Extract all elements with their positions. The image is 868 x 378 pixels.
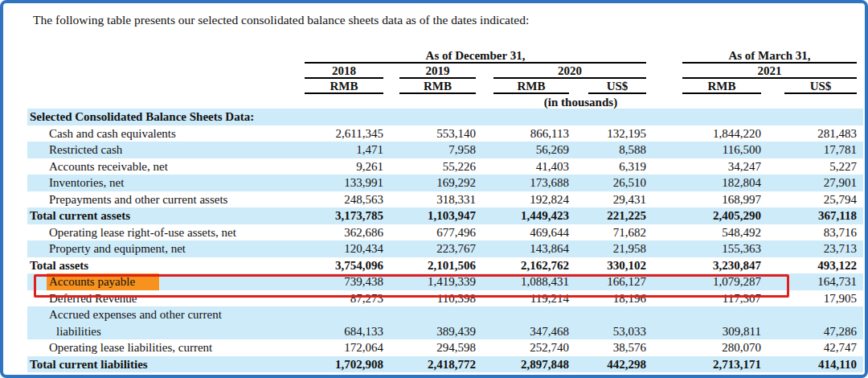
table-row: Cash and cash equivalents2,611,345553,14… [27, 125, 863, 142]
cell-value: 9,261 [305, 158, 383, 175]
cell-value: 677,496 [399, 224, 476, 241]
row-label: Prepayments and other current assets [27, 191, 305, 208]
cell-value: 442,298 [588, 356, 646, 373]
cell-value: 8,588 [588, 142, 646, 158]
cell-value: 155,363 [682, 240, 761, 257]
cell-value: 281,483 [784, 125, 857, 142]
cell-value: 3,173,785 [305, 207, 383, 224]
unit-header-rmb-2019: RMB [399, 79, 476, 94]
cell-value: 29,431 [588, 191, 646, 208]
cell-value: 143,864 [493, 240, 569, 257]
cell-value: 1,471 [305, 142, 383, 158]
unit-header-rmb-2020: RMB [493, 79, 569, 94]
cell-value: 119,214 [493, 290, 569, 307]
table-row: Inventories, net133,991169,292173,68826,… [27, 175, 863, 191]
row-label: Accounts payable [27, 273, 305, 290]
cell-value: 309,811 [682, 323, 761, 340]
cell-value: 21,958 [588, 240, 646, 257]
cell-value: 252,740 [493, 339, 569, 356]
cell-value: 56,269 [493, 142, 569, 158]
unit-header-usd-2020: US$ [588, 79, 646, 94]
table-row: Accounts receivable, net9,26155,22641,40… [27, 158, 863, 175]
row-label: Property and equipment, net [27, 240, 305, 257]
cell-value: 173,688 [493, 175, 569, 191]
cell-value: 389,439 [399, 323, 476, 340]
cell-value: 26,510 [588, 175, 646, 191]
cell-value: 223,767 [399, 240, 476, 257]
cell-value: 17,905 [784, 290, 857, 307]
cell-value: 18,196 [588, 290, 646, 307]
cell-value: 34,247 [682, 158, 761, 175]
highlighted-label: Accounts payable [47, 273, 159, 290]
cell-value: 367,118 [784, 207, 857, 224]
table-row: Total assets3,754,0962,101,5062,162,7623… [27, 257, 863, 274]
cell-value: 71,682 [588, 224, 646, 241]
cell-value: 133,991 [305, 175, 383, 191]
cell-value: 27,901 [784, 175, 857, 191]
cell-value: 739,438 [305, 273, 383, 290]
year-header-2020: 2020 [493, 64, 646, 79]
cell-value: 2,418,772 [399, 356, 476, 373]
unit-header-usd-2021: US$ [784, 79, 857, 94]
cell-value: 684,133 [305, 323, 383, 340]
row-label: Deferred Revenue [27, 290, 305, 307]
cell-value: 330,102 [588, 257, 646, 274]
cell-value: 3,230,847 [682, 257, 761, 274]
cell-value: 169,292 [399, 175, 476, 191]
row-label: Restricted cash [27, 142, 305, 158]
cell-value: 548,492 [682, 224, 761, 241]
cell-value: 2,162,762 [493, 257, 569, 274]
cell-value: 166,127 [588, 273, 646, 290]
row-label: Accrued expenses and other currentliabil… [27, 306, 305, 339]
cell-value: 221,225 [588, 207, 646, 224]
cell-value: 1,079,287 [682, 273, 761, 290]
cell-value: 318,331 [399, 191, 476, 208]
cell-value: 192,824 [493, 191, 569, 208]
cell-value: 41,403 [493, 158, 569, 175]
cell-value: 493,122 [784, 257, 857, 274]
cell-value: 116,500 [682, 142, 761, 158]
row-label: Operating lease right-of-use assets, net [27, 224, 305, 241]
cell-value: 3,754,096 [305, 257, 383, 274]
table-row: Operating lease liabilities, current172,… [27, 339, 863, 356]
row-label: Operating lease liabilities, current [27, 339, 305, 356]
row-label: Total current assets [27, 207, 305, 224]
cell-value: 294,598 [399, 339, 476, 356]
cell-value: 168,997 [682, 191, 761, 208]
row-label: Inventories, net [27, 175, 305, 191]
row-label: Cash and cash equivalents [27, 125, 305, 142]
table-body: Selected Consolidated Balance Sheets Dat… [27, 109, 863, 372]
cell-value: 2,405,290 [682, 207, 761, 224]
table-row: Accrued expenses and other currentliabil… [27, 306, 863, 339]
cell-value: 38,576 [588, 339, 646, 356]
cell-value: 2,101,506 [399, 257, 476, 274]
document-frame: The following table presents our selecte… [0, 0, 868, 378]
cell-value: 120,434 [305, 240, 383, 257]
cell-value: 7,958 [399, 142, 476, 158]
table-header: As of December 31, As of March 31, 2018 … [27, 48, 857, 109]
cell-value: 1,844,220 [682, 125, 761, 142]
year-header-2021: 2021 [682, 64, 857, 79]
table-row: Property and equipment, net120,434223,76… [27, 240, 863, 257]
table-row: Deferred Revenue87,273110,398119,21418,1… [27, 290, 863, 307]
cell-value: 280,070 [682, 339, 761, 356]
cell-value: 6,319 [588, 158, 646, 175]
cell-value: 17,781 [784, 142, 857, 158]
table-row: Restricted cash1,4717,95856,2698,588116,… [27, 142, 863, 158]
cell-value: 132,195 [588, 125, 646, 142]
unit-header-rmb-2018: RMB [305, 79, 383, 94]
col-group-march: As of March 31, [682, 48, 857, 64]
cell-value: 182,804 [682, 175, 761, 191]
cell-value: 164,731 [784, 273, 857, 290]
cell-value: 2,611,345 [305, 125, 383, 142]
cell-value: 25,794 [784, 191, 857, 208]
cell-value: 553,140 [399, 125, 476, 142]
cell-value: 347,468 [493, 323, 569, 340]
row-label: Accounts receivable, net [27, 158, 305, 175]
cell-value: 53,033 [588, 323, 646, 340]
col-group-december: As of December 31, [305, 48, 646, 64]
unit-header-rmb-2021: RMB [682, 79, 761, 94]
cell-value: 42,747 [784, 339, 857, 356]
cell-value: 23,713 [784, 240, 857, 257]
cell-value: 1,702,908 [305, 356, 383, 373]
